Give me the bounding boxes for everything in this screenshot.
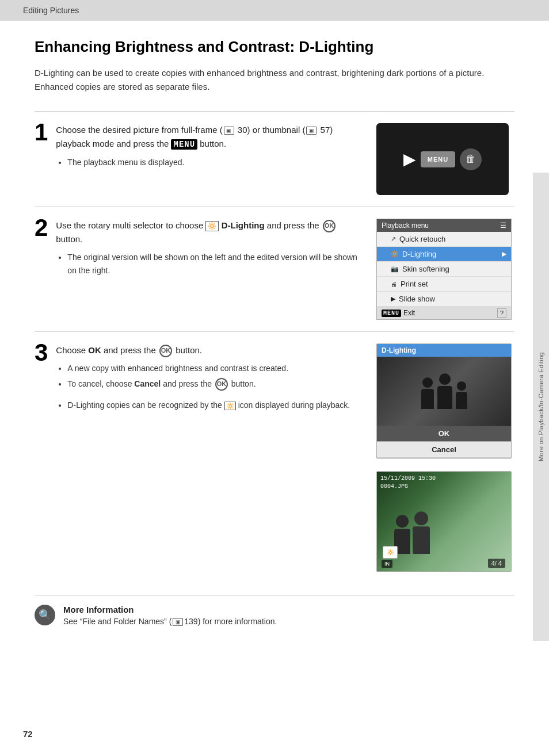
pb-menu-help-icon: ?	[497, 308, 506, 318]
dl-cancel-btn: Cancel	[377, 442, 511, 458]
pb-menu-exit-key: MENU	[382, 310, 401, 317]
step-1-right: ▶ MENU 🗑	[376, 123, 514, 195]
pb-filename: 0004.JPG	[380, 483, 408, 490]
d-lighting-icon: 🔆	[205, 221, 219, 231]
step-3: 3 Choose OK and press the OK button. A n…	[35, 331, 514, 572]
breadcrumb: Editing Pictures	[23, 6, 79, 15]
side-label: More on Playback/In-Camera Editing	[537, 352, 544, 461]
dl-screen-title: D-Lighting	[377, 344, 511, 357]
book-ref-1b: ▣	[306, 127, 317, 135]
more-info-title: More Information	[63, 605, 514, 614]
pb-dl-badge: 🔆	[383, 546, 398, 559]
step-1-bullets: The playback menu is displayed.	[67, 156, 365, 169]
info-magnifier-icon: 🔍	[39, 609, 51, 621]
person-1-body	[421, 389, 434, 409]
step-2: 2 Use the rotary multi selector to choos…	[35, 207, 514, 320]
intro-text: D-Lighting can be used to create copies …	[35, 66, 514, 94]
step-1-number: 1	[35, 120, 48, 144]
ok-circle-3: OK	[159, 345, 172, 357]
more-info-content: More Information See “File and Folder Na…	[63, 605, 514, 626]
pb-menu-title: Playback menu ☰	[377, 219, 511, 232]
pb-item-arrow-2: ▶	[502, 250, 506, 258]
pb-photo-overlay: 15/11/2009 15:30 0004.JPG 🔆 IN 4/ 4	[377, 472, 511, 571]
trash-button-img: 🗑	[460, 148, 482, 170]
playback-menu-image: Playback menu ☰ ↗ Quick retouch 🔆 D-Ligh…	[376, 219, 512, 320]
step-3-bullets-2: D-Lighting copies can be recognized by t…	[67, 399, 365, 411]
step-3-bullets: A new copy with enhanced brightness and …	[67, 362, 365, 391]
page-number: 72	[23, 729, 33, 739]
pb-menu-item-4: 🖨 Print set	[377, 277, 511, 292]
step-2-text: Use the rotary multi selector to choose …	[56, 219, 365, 279]
menu-button-img: MENU	[421, 151, 455, 167]
d-lighting-label: D-Lighting	[222, 220, 265, 230]
step-3-bullet-2: To cancel, choose Cancel and press the O…	[67, 377, 365, 391]
step-1-bullet-1: The playback menu is displayed.	[67, 156, 365, 169]
playback-photo-screen: 15/11/2009 15:30 0004.JPG 🔆 IN 4/ 4	[376, 471, 512, 572]
step-2-bullet-1: The original version will be shown on th…	[67, 251, 365, 277]
ok-circle-2: OK	[323, 220, 336, 232]
more-info-section: 🔍 More Information See “File and Folder …	[35, 595, 514, 626]
pb-item-label-4: Print set	[401, 280, 428, 288]
pb-menu-item-1: ↗ Quick retouch	[377, 232, 511, 247]
pb-menu-title-label: Playback menu	[382, 222, 429, 230]
pb-item-label-2: D-Lighting	[402, 250, 436, 258]
more-info-icon: 🔍	[35, 605, 55, 625]
more-info-page-ref: 139	[184, 617, 197, 626]
book-ref-1a: ▣	[224, 127, 234, 135]
more-info-text-before: See “File and Folder Names” (	[63, 617, 171, 626]
dl-silhouettes	[417, 369, 472, 414]
pb-item-label-1: Quick retouch	[399, 235, 445, 243]
more-info-text-after: ) for more information.	[198, 617, 277, 626]
person-3	[456, 381, 467, 409]
pb-menu-item-2: 🔆 D-Lighting ▶	[377, 247, 511, 262]
pb-item-label-5: Slide show	[399, 295, 435, 303]
step-1: 1 Choose the desired picture from full-f…	[35, 111, 514, 195]
step-1-left: 1 Choose the desired picture from full-f…	[35, 123, 365, 171]
step-1-image: ▶ MENU 🗑	[376, 123, 509, 195]
pb-timestamp: 15/11/2009 15:30	[380, 475, 436, 482]
person-2-body	[437, 386, 452, 409]
arrow-icon: ▶	[403, 150, 416, 169]
person-1-head	[422, 377, 433, 388]
person-2	[437, 373, 452, 409]
more-info-text: See “File and Folder Names” (▣139) for m…	[63, 617, 514, 626]
step-3-right: D-Lighting	[376, 343, 514, 572]
dl-ok-btn: OK	[377, 426, 511, 442]
cancel-label: Cancel	[134, 379, 161, 388]
ok-label-3: OK	[88, 345, 101, 355]
dl-icon-inline: 🔆	[224, 402, 236, 410]
step-3-number: 3	[35, 341, 48, 365]
step-2-number: 2	[35, 216, 48, 240]
pb-item-icon-1: ↗	[391, 235, 396, 243]
book-ref-more-info: ▣	[173, 618, 183, 626]
side-label-container: More on Playback/In-Camera Editing	[533, 173, 549, 641]
header-bar: Editing Pictures	[0, 0, 549, 21]
pb-menu-items: ↗ Quick retouch 🔆 D-Lighting ▶ 📷 Skin so…	[377, 232, 511, 307]
pb-menu-hamburger: ☰	[500, 222, 506, 230]
ok-circle-cancel: OK	[215, 378, 228, 391]
dl-photo-area	[377, 357, 511, 426]
person-3-body	[456, 392, 467, 409]
step-3-bullet-3: D-Lighting copies can be recognized by t…	[67, 399, 365, 411]
pb-item-icon-4: 🖨	[391, 281, 397, 288]
pb-item-icon-3: 📷	[391, 265, 399, 273]
step-1-text: Choose the desired picture from full-fra…	[56, 123, 365, 171]
step-2-left: 2 Use the rotary multi selector to choos…	[35, 219, 365, 279]
step-2-right: Playback menu ☰ ↗ Quick retouch 🔆 D-Ligh…	[376, 219, 514, 320]
pb-counter: 4/ 4	[488, 559, 505, 568]
pb-menu-item-3: 📷 Skin softening	[377, 262, 511, 277]
step-3-bullet-1: A new copy with enhanced brightness and …	[67, 362, 365, 375]
page-footer: 72	[23, 729, 33, 739]
step-2-bullets: The original version will be shown on th…	[67, 251, 365, 277]
person-3-head	[457, 381, 466, 391]
pb-item-icon-5: ▶	[391, 295, 395, 303]
menu-key-1: MENU	[171, 139, 197, 150]
step-3-images: D-Lighting	[376, 343, 514, 572]
pb-in-badge: IN	[382, 560, 392, 568]
pb-item-icon-2: 🔆	[391, 250, 399, 258]
d-lighting-screen: D-Lighting	[376, 343, 512, 459]
dl-buttons-area: OK Cancel	[377, 426, 511, 458]
pb-item-label-3: Skin softening	[402, 265, 449, 273]
step-3-text: Choose OK and press the OK button. A new…	[56, 343, 365, 414]
page-title: Enhancing Brightness and Contrast: D-Lig…	[35, 38, 514, 56]
